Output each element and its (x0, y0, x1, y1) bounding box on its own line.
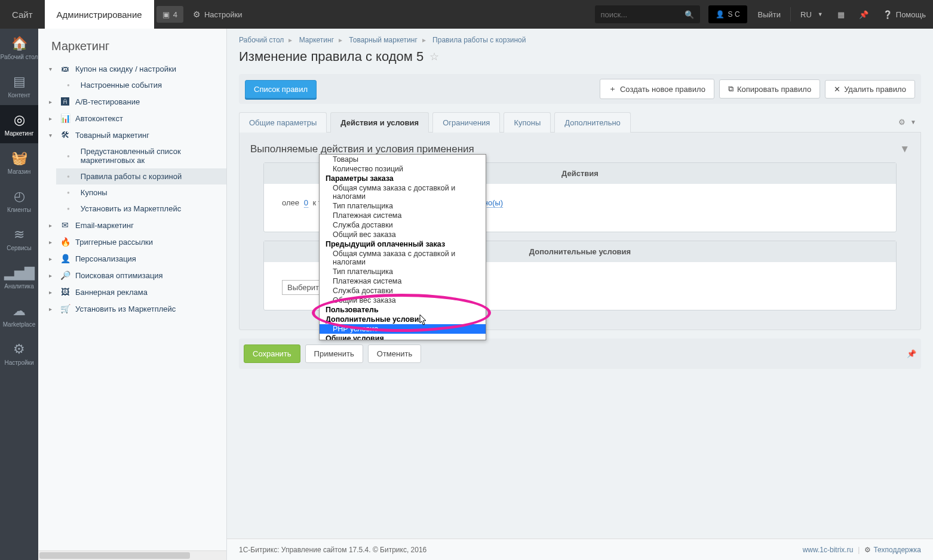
top-settings[interactable]: Настройки (186, 0, 250, 29)
user-badge[interactable]: 👤 S C (708, 5, 747, 23)
user-initials: S C (728, 10, 740, 19)
pin-icon[interactable]: 📌 (852, 0, 876, 29)
search-input[interactable] (595, 7, 679, 23)
notif-count: 4 (173, 10, 177, 19)
tab-admin[interactable]: Администрирование (45, 0, 154, 29)
search-box: 🔍 (595, 5, 700, 23)
tab-site[interactable]: Сайт (0, 0, 45, 29)
help-link[interactable]: ❔Помощь (876, 0, 933, 29)
notifications-button[interactable]: ▣ 4 (156, 6, 183, 23)
top-settings-label: Настройки (204, 10, 243, 19)
chevron-down-icon: ▼ (818, 11, 823, 17)
chat-icon: ▣ (162, 10, 170, 19)
help-icon: ❔ (883, 10, 892, 19)
calendar-icon[interactable]: ▦ (830, 0, 852, 29)
lang-switcher[interactable]: RU▼ (793, 0, 830, 29)
user-icon: 👤 (716, 10, 725, 19)
top-bar: Сайт Администрирование ▣ 4 Настройки 🔍 👤… (0, 0, 933, 29)
search-icon[interactable]: 🔍 (679, 10, 700, 19)
logout-link[interactable]: Выйти (751, 0, 788, 29)
